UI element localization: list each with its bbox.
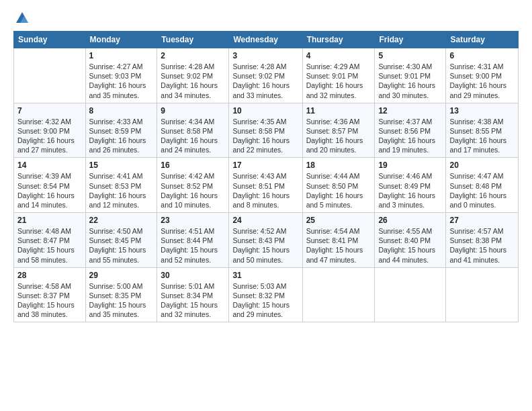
day-number: 9: [161, 106, 225, 116]
day-number: 30: [161, 271, 225, 280]
header-cell-sunday: Sunday: [14, 32, 86, 48]
day-cell: 11Sunrise: 4:36 AM Sunset: 8:57 PM Dayli…: [302, 103, 375, 158]
day-number: 22: [89, 216, 154, 225]
day-number: 18: [306, 161, 371, 170]
day-info: Sunrise: 4:41 AM Sunset: 8:53 PM Dayligh…: [89, 171, 154, 210]
day-info: Sunrise: 4:51 AM Sunset: 8:44 PM Dayligh…: [161, 226, 225, 265]
day-number: 28: [17, 271, 82, 280]
day-cell: 9Sunrise: 4:34 AM Sunset: 8:58 PM Daylig…: [157, 103, 229, 158]
header-cell-tuesday: Tuesday: [157, 32, 229, 48]
day-number: 17: [232, 161, 298, 170]
day-info: Sunrise: 4:37 AM Sunset: 8:56 PM Dayligh…: [378, 117, 442, 155]
day-info: Sunrise: 4:30 AM Sunset: 9:01 PM Dayligh…: [378, 62, 442, 100]
day-cell: 19Sunrise: 4:46 AM Sunset: 8:49 PM Dayli…: [375, 158, 446, 213]
day-info: Sunrise: 4:34 AM Sunset: 8:58 PM Dayligh…: [161, 117, 225, 155]
day-cell: 17Sunrise: 4:43 AM Sunset: 8:51 PM Dayli…: [229, 158, 302, 213]
day-info: Sunrise: 4:57 AM Sunset: 8:38 PM Dayligh…: [449, 226, 515, 265]
day-info: Sunrise: 4:54 AM Sunset: 8:41 PM Dayligh…: [306, 226, 371, 265]
day-cell: [375, 267, 446, 322]
day-cell: 26Sunrise: 4:55 AM Sunset: 8:40 PM Dayli…: [375, 213, 446, 268]
page: SundayMondayTuesdayWednesdayThursdayFrid…: [0, 0, 532, 411]
day-number: 2: [161, 51, 225, 60]
day-number: 3: [232, 51, 298, 60]
day-info: Sunrise: 4:28 AM Sunset: 9:02 PM Dayligh…: [232, 62, 298, 100]
day-cell: 4Sunrise: 4:29 AM Sunset: 9:01 PM Daylig…: [302, 48, 375, 103]
day-number: 15: [89, 161, 154, 170]
header-cell-saturday: Saturday: [446, 32, 519, 48]
day-cell: 12Sunrise: 4:37 AM Sunset: 8:56 PM Dayli…: [375, 103, 446, 158]
calendar-table: SundayMondayTuesdayWednesdayThursdayFrid…: [13, 31, 519, 322]
day-cell: 22Sunrise: 4:50 AM Sunset: 8:45 PM Dayli…: [85, 213, 157, 268]
day-cell: 20Sunrise: 4:47 AM Sunset: 8:48 PM Dayli…: [446, 158, 519, 213]
day-cell: 15Sunrise: 4:41 AM Sunset: 8:53 PM Dayli…: [85, 158, 157, 213]
day-info: Sunrise: 4:35 AM Sunset: 8:58 PM Dayligh…: [232, 117, 298, 155]
day-number: 21: [17, 216, 82, 225]
day-info: Sunrise: 4:31 AM Sunset: 9:00 PM Dayligh…: [449, 62, 515, 100]
day-cell: 24Sunrise: 4:52 AM Sunset: 8:43 PM Dayli…: [229, 213, 302, 268]
day-number: 24: [232, 216, 298, 225]
day-info: Sunrise: 4:33 AM Sunset: 8:59 PM Dayligh…: [89, 117, 154, 155]
day-number: 25: [306, 216, 371, 225]
day-number: 27: [449, 216, 515, 225]
day-cell: 27Sunrise: 4:57 AM Sunset: 8:38 PM Dayli…: [446, 213, 519, 268]
header-cell-monday: Monday: [85, 32, 157, 48]
day-number: 13: [449, 106, 515, 116]
day-cell: 23Sunrise: 4:51 AM Sunset: 8:44 PM Dayli…: [157, 213, 229, 268]
day-info: Sunrise: 5:00 AM Sunset: 8:35 PM Dayligh…: [89, 281, 154, 320]
day-number: 5: [378, 51, 442, 60]
day-number: 14: [17, 161, 82, 170]
day-info: Sunrise: 4:32 AM Sunset: 9:00 PM Dayligh…: [17, 117, 82, 155]
header: [13, 11, 519, 26]
day-cell: 16Sunrise: 4:42 AM Sunset: 8:52 PM Dayli…: [157, 158, 229, 213]
day-cell: [14, 48, 86, 103]
day-cell: 21Sunrise: 4:48 AM Sunset: 8:47 PM Dayli…: [14, 213, 86, 268]
header-cell-friday: Friday: [375, 32, 446, 48]
day-info: Sunrise: 4:28 AM Sunset: 9:02 PM Dayligh…: [161, 62, 225, 100]
day-info: Sunrise: 4:48 AM Sunset: 8:47 PM Dayligh…: [17, 226, 82, 265]
week-row-3: 14Sunrise: 4:39 AM Sunset: 8:54 PM Dayli…: [14, 158, 519, 213]
day-number: 23: [161, 216, 225, 225]
day-cell: 28Sunrise: 4:58 AM Sunset: 8:37 PM Dayli…: [14, 267, 86, 322]
day-info: Sunrise: 4:38 AM Sunset: 8:55 PM Dayligh…: [449, 117, 515, 155]
day-cell: 13Sunrise: 4:38 AM Sunset: 8:55 PM Dayli…: [446, 103, 519, 158]
day-cell: 14Sunrise: 4:39 AM Sunset: 8:54 PM Dayli…: [14, 158, 86, 213]
day-number: 29: [89, 271, 154, 280]
calendar-header-row: SundayMondayTuesdayWednesdayThursdayFrid…: [14, 32, 519, 48]
logo: [13, 11, 30, 26]
day-info: Sunrise: 4:39 AM Sunset: 8:54 PM Dayligh…: [17, 171, 82, 210]
day-info: Sunrise: 4:58 AM Sunset: 8:37 PM Dayligh…: [17, 281, 82, 320]
day-number: 12: [378, 106, 442, 116]
day-cell: [302, 267, 375, 322]
week-row-1: 1Sunrise: 4:27 AM Sunset: 9:03 PM Daylig…: [14, 48, 519, 103]
day-info: Sunrise: 4:36 AM Sunset: 8:57 PM Dayligh…: [306, 117, 371, 155]
day-cell: [446, 267, 519, 322]
day-cell: 2Sunrise: 4:28 AM Sunset: 9:02 PM Daylig…: [157, 48, 229, 103]
day-cell: 30Sunrise: 5:01 AM Sunset: 8:34 PM Dayli…: [157, 267, 229, 322]
day-info: Sunrise: 4:50 AM Sunset: 8:45 PM Dayligh…: [89, 226, 154, 265]
day-cell: 6Sunrise: 4:31 AM Sunset: 9:00 PM Daylig…: [446, 48, 519, 103]
week-row-4: 21Sunrise: 4:48 AM Sunset: 8:47 PM Dayli…: [14, 213, 519, 268]
day-info: Sunrise: 4:47 AM Sunset: 8:48 PM Dayligh…: [449, 171, 515, 210]
day-info: Sunrise: 4:29 AM Sunset: 9:01 PM Dayligh…: [306, 62, 371, 100]
day-cell: 7Sunrise: 4:32 AM Sunset: 9:00 PM Daylig…: [14, 103, 86, 158]
day-cell: 3Sunrise: 4:28 AM Sunset: 9:02 PM Daylig…: [229, 48, 302, 103]
day-number: 6: [449, 51, 515, 60]
day-cell: 5Sunrise: 4:30 AM Sunset: 9:01 PM Daylig…: [375, 48, 446, 103]
day-number: 20: [449, 161, 515, 170]
day-number: 4: [306, 51, 371, 60]
day-info: Sunrise: 4:27 AM Sunset: 9:03 PM Dayligh…: [89, 62, 154, 100]
day-cell: 8Sunrise: 4:33 AM Sunset: 8:59 PM Daylig…: [85, 103, 157, 158]
day-cell: 1Sunrise: 4:27 AM Sunset: 9:03 PM Daylig…: [85, 48, 157, 103]
logo-icon: [15, 11, 30, 26]
day-info: Sunrise: 4:52 AM Sunset: 8:43 PM Dayligh…: [232, 226, 298, 265]
day-number: 16: [161, 161, 225, 170]
day-number: 1: [89, 51, 154, 60]
day-number: 11: [306, 106, 371, 116]
day-number: 19: [378, 161, 442, 170]
day-cell: 29Sunrise: 5:00 AM Sunset: 8:35 PM Dayli…: [85, 267, 157, 322]
week-row-5: 28Sunrise: 4:58 AM Sunset: 8:37 PM Dayli…: [14, 267, 519, 322]
day-number: 8: [89, 106, 154, 116]
day-info: Sunrise: 4:55 AM Sunset: 8:40 PM Dayligh…: [378, 226, 442, 265]
day-number: 10: [232, 106, 298, 116]
day-info: Sunrise: 4:43 AM Sunset: 8:51 PM Dayligh…: [232, 171, 298, 210]
